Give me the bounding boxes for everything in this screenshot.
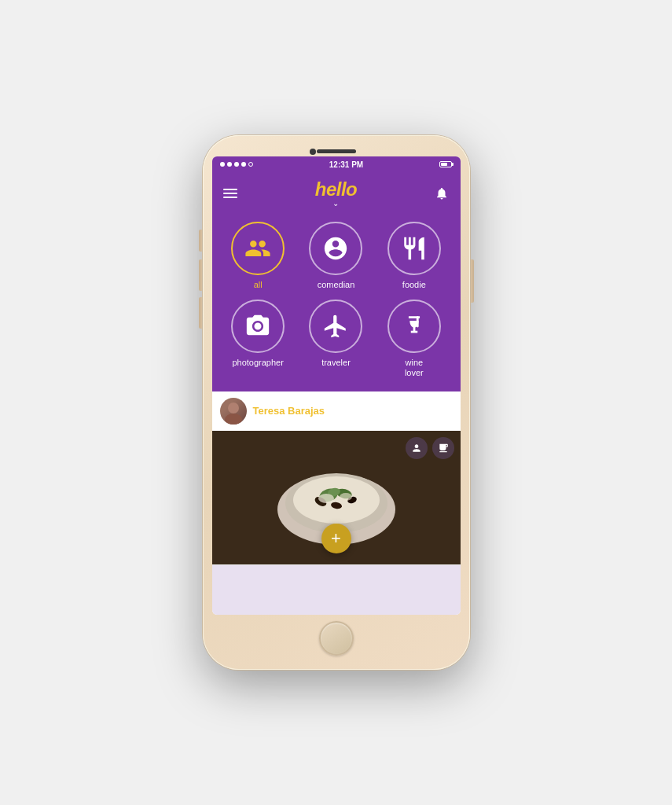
battery-indicator	[439, 161, 452, 167]
phone-device: 12:31 PM hello ⌄	[203, 135, 470, 670]
post-actions	[406, 437, 454, 459]
category-all[interactable]: all	[223, 222, 293, 290]
phone-bottom	[319, 615, 354, 660]
avatar	[220, 398, 247, 425]
hamburger-line-1	[223, 189, 237, 190]
app-title-wrapper: hello ⌄	[315, 178, 358, 208]
signal-dot-1	[220, 162, 225, 167]
category-label-comedian: comedian	[318, 280, 355, 290]
category-circle-traveler	[309, 300, 362, 353]
categories-grid: all comedian	[212, 215, 461, 391]
svg-point-7	[293, 476, 380, 524]
user-name: Teresa Barajas	[253, 405, 325, 417]
user-post-card: Teresa Barajas	[212, 391, 461, 565]
category-label-foodie: foodie	[402, 280, 426, 290]
avatar-image	[220, 398, 247, 425]
category-circle-all	[231, 222, 285, 275]
category-label-traveler: traveler	[321, 358, 351, 368]
svg-point-15	[340, 493, 352, 501]
status-right	[439, 161, 452, 167]
app-header: hello ⌄	[212, 172, 461, 215]
title-chevron[interactable]: ⌄	[332, 199, 339, 208]
svg-point-1	[228, 402, 239, 414]
svg-point-2	[225, 414, 242, 425]
home-button[interactable]	[319, 621, 354, 656]
menu-button[interactable]	[223, 189, 237, 198]
category-circle-photographer	[231, 300, 285, 353]
volume-up-button[interactable]	[199, 259, 202, 291]
signal-dot-4	[241, 162, 246, 167]
category-circle-comedian	[309, 222, 362, 275]
hamburger-line-3	[223, 197, 237, 198]
category-comedian[interactable]: comedian	[301, 222, 371, 290]
volume-down-button[interactable]	[199, 297, 202, 329]
signal-dot-2	[227, 162, 232, 167]
category-label-photographer: photographer	[232, 358, 283, 368]
svg-point-14	[318, 494, 334, 503]
svg-rect-0	[417, 316, 419, 327]
battery-fill	[441, 163, 446, 166]
phone-top-bar	[212, 145, 461, 156]
notification-bell-icon[interactable]	[435, 186, 449, 200]
speaker-grille	[317, 149, 356, 153]
category-foodie[interactable]: foodie	[379, 222, 449, 290]
signal-dot-3	[234, 162, 239, 167]
phone-screen: 12:31 PM hello ⌄	[212, 156, 461, 615]
mute-button[interactable]	[199, 230, 202, 252]
coffee-action-button[interactable]	[432, 437, 454, 459]
person-action-button[interactable]	[406, 437, 428, 459]
category-wine-lover[interactable]: wine lover	[379, 300, 449, 378]
app-title: hello	[315, 178, 358, 200]
category-photographer[interactable]: photographer	[223, 300, 293, 378]
signal-indicators	[220, 162, 253, 167]
category-label-all: all	[254, 280, 263, 290]
hamburger-line-2	[223, 193, 237, 194]
front-camera	[310, 149, 316, 155]
power-button[interactable]	[471, 259, 474, 303]
category-traveler[interactable]: traveler	[301, 300, 371, 378]
user-header: Teresa Barajas	[212, 391, 461, 431]
category-label-wine-lover: wine lover	[405, 358, 424, 378]
signal-dot-5	[248, 162, 253, 167]
status-bar: 12:31 PM	[212, 156, 461, 172]
category-circle-wine-lover	[387, 300, 441, 353]
status-time: 12:31 PM	[329, 160, 363, 169]
add-post-button[interactable]: +	[321, 524, 351, 553]
post-image: +	[212, 431, 461, 564]
category-circle-foodie	[387, 222, 441, 275]
content-area: Teresa Barajas	[212, 391, 461, 615]
